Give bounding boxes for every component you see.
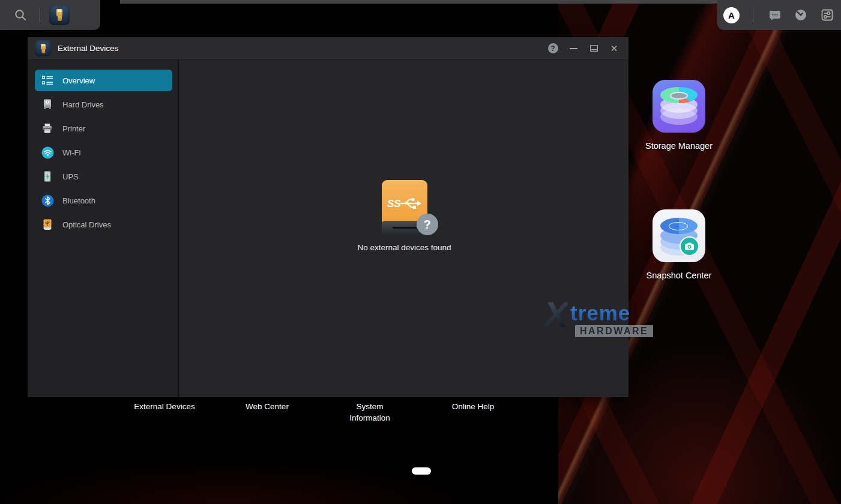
avatar: A — [723, 7, 740, 23]
maximize-icon — [590, 45, 598, 52]
desktop-icon-online-help[interactable]: Online Help — [428, 401, 518, 412]
search-icon — [13, 8, 28, 22]
empty-state: SS ? No external devices found — [309, 180, 501, 252]
dock-handle[interactable] — [412, 467, 431, 475]
search-button[interactable] — [8, 3, 32, 27]
window-title: External Devices — [58, 44, 118, 53]
svg-text:SS: SS — [387, 198, 401, 209]
sidebar-item-optical-drives[interactable]: Optical Drives — [35, 214, 172, 235]
desktop-icon-snapshot-center[interactable]: Snapshot Center — [634, 209, 724, 280]
minimize-icon — [570, 48, 577, 49]
sidebar-item-label: Optical Drives — [62, 220, 111, 229]
maximize-button[interactable] — [586, 41, 601, 56]
overview-list-icon — [41, 74, 54, 87]
external-devices-window: External Devices ? ✕ — [28, 37, 628, 397]
user-avatar-button[interactable]: A — [720, 3, 744, 27]
sidebar-item-overview[interactable]: Overview — [35, 70, 172, 91]
window-content: SS ? No external devices found X treme H… — [180, 60, 628, 397]
chat-icon — [768, 8, 782, 22]
close-button[interactable]: ✕ — [607, 41, 621, 56]
taskbar-separator — [753, 7, 753, 23]
taskbar-app-external-devices[interactable] — [47, 3, 71, 27]
sidebar-item-label: Printer — [62, 124, 85, 133]
sidebar-item-label: UPS — [62, 172, 79, 181]
desktop-icon-web-center[interactable]: Web Center — [222, 401, 312, 412]
sidebar-item-label: Hard Drives — [62, 100, 104, 109]
help-icon: ? — [548, 43, 558, 53]
desktop-icon-external-devices[interactable]: External Devices — [119, 401, 209, 412]
bluetooth-icon — [41, 194, 54, 207]
taskbar-right: A — [717, 0, 841, 30]
resource-monitor-icon — [794, 8, 808, 22]
usb-external-devices-icon — [35, 40, 51, 56]
watermark-treme: treme — [570, 301, 630, 325]
hard-drive-icon — [41, 98, 54, 111]
wallpaper-glow — [0, 420, 600, 504]
sidebar-item-ups[interactable]: UPS — [35, 166, 172, 187]
background-window-edge — [120, 0, 750, 4]
resource-monitor-button[interactable] — [789, 3, 813, 27]
watermark-x: X — [544, 294, 568, 335]
close-icon: ✕ — [610, 44, 618, 53]
wifi-icon — [41, 146, 54, 159]
desktop-icon-system-information[interactable]: System Information — [337, 401, 403, 424]
sidebar-item-bluetooth[interactable]: Bluetooth — [35, 190, 172, 211]
control-panel-button[interactable] — [815, 3, 839, 27]
sidebar-item-printer[interactable]: Printer — [35, 118, 172, 139]
usb-external-devices-icon — [49, 5, 70, 25]
ups-battery-icon — [41, 170, 54, 183]
empty-state-text: No external devices found — [309, 243, 501, 252]
sidebar-item-label: Wi-Fi — [62, 148, 80, 157]
optical-usb-icon — [41, 218, 54, 231]
notifications-button[interactable] — [763, 3, 787, 27]
question-badge: ? — [417, 214, 438, 235]
control-panel-icon — [820, 8, 834, 22]
sidebar-item-label: Overview — [62, 76, 95, 85]
desktop-icon-label: Storage Manager — [634, 141, 724, 151]
taskbar-separator — [40, 7, 40, 23]
window-titlebar[interactable]: External Devices ? ✕ — [28, 37, 628, 60]
desktop-icon-storage-manager[interactable]: Storage Manager — [634, 80, 724, 151]
sidebar-item-hard-drives[interactable]: Hard Drives — [35, 94, 172, 115]
printer-icon — [41, 122, 54, 135]
taskbar-left — [0, 0, 100, 30]
desktop-icon-label: Snapshot Center — [634, 271, 724, 280]
snapshot-center-icon — [653, 209, 705, 262]
usb-drive-question-icon: SS ? — [382, 180, 427, 237]
help-button[interactable]: ? — [546, 41, 560, 56]
minimize-button[interactable] — [566, 41, 580, 56]
storage-manager-icon — [653, 80, 705, 133]
sidebar: Overview Hard Drives — [28, 60, 179, 397]
sidebar-item-label: Bluetooth — [62, 196, 95, 205]
camera-badge-icon — [680, 236, 699, 256]
sidebar-item-wifi[interactable]: Wi-Fi — [35, 142, 172, 163]
